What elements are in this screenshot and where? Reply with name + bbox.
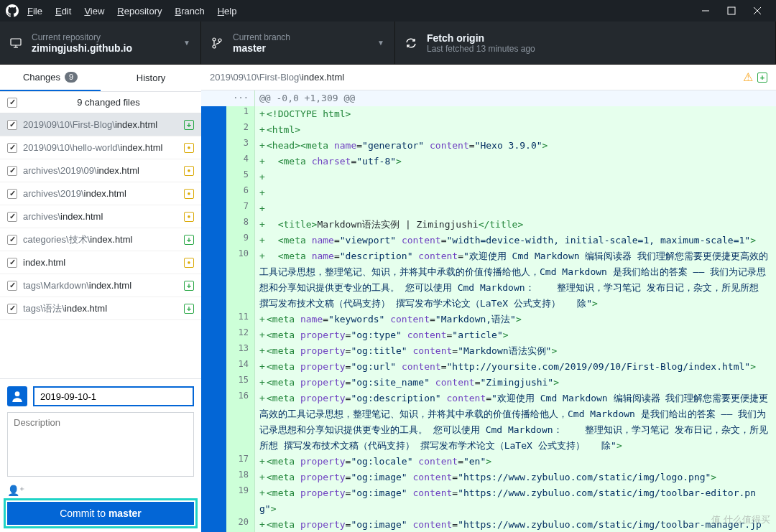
file-path: 2019\09\10\hello-world\index.html <box>23 142 178 153</box>
file-checkbox[interactable] <box>7 304 17 314</box>
menu-edit[interactable]: Edit <box>55 6 71 17</box>
file-path: archives\index.html <box>23 211 178 222</box>
file-status-icon <box>184 143 194 153</box>
file-status-icon <box>184 304 194 314</box>
file-row[interactable]: archives\2019\09\index.html <box>0 159 201 182</box>
diff-line: 6+ <box>201 185 776 201</box>
file-status-icon <box>184 212 194 222</box>
diff-line: 9+ <meta name="viewport" content="width=… <box>201 233 776 248</box>
file-row[interactable]: index.html <box>0 251 201 274</box>
diff-line: 19+<meta property="og:image" content="ht… <box>201 485 776 517</box>
diff-line: 8+ <title>Markdown语法实例 | Zimingjushi</ti… <box>201 217 776 233</box>
file-row[interactable]: archives\index.html <box>0 205 201 228</box>
commit-summary-input[interactable] <box>33 386 194 406</box>
diff-line: 4+ <meta charset="utf-8"> <box>201 154 776 169</box>
file-checkbox[interactable] <box>7 166 17 176</box>
diff-line: 17+<meta property="og:locale" content="e… <box>201 454 776 470</box>
diff-line: 15+<meta property="og:site_name" content… <box>201 375 776 391</box>
diff-line: 11+<meta name="keywords" content="Markdo… <box>201 312 776 327</box>
sync-icon <box>405 37 417 49</box>
diff-line: 20+<meta property="og:image" content="ht… <box>201 517 776 532</box>
commit-button[interactable]: Commit to master <box>7 502 194 525</box>
diff-line: 16+<meta property="og:description" conte… <box>201 391 776 454</box>
file-added-icon <box>757 73 767 83</box>
file-status-icon <box>184 120 194 130</box>
menu-repository[interactable]: Repository <box>117 6 162 17</box>
file-checkbox[interactable] <box>7 281 17 291</box>
changed-files-header: 9 changed files <box>0 92 201 113</box>
diff-panel: 2019\09\10\First-Blog\index.html ⚠ ...@@… <box>201 65 776 532</box>
file-row[interactable]: tags\语法\index.html <box>0 297 201 320</box>
branch-value: master <box>233 42 377 54</box>
svg-point-8 <box>213 45 216 48</box>
diff-header: 2019\09\10\First-Blog\index.html ⚠ <box>201 65 776 90</box>
maximize-icon[interactable] <box>727 6 736 15</box>
diff-content[interactable]: ...@@ -0,0 +1,309 @@1+<!DOCTYPE html>2+<… <box>201 90 776 532</box>
file-status-icon <box>184 166 194 176</box>
file-list: 2019\09\10\First-Blog\index.html2019\09\… <box>0 113 201 378</box>
file-row[interactable]: 2019\09\10\hello-world\index.html <box>0 136 201 159</box>
svg-point-9 <box>218 39 221 42</box>
file-path: tags\Markdown\index.html <box>23 280 178 291</box>
diff-line: 14+<meta property="og:url" content="http… <box>201 359 776 375</box>
add-coauthor-button[interactable]: 👤⁺ <box>7 483 194 502</box>
file-path: categories\技术\index.html <box>23 233 178 246</box>
chevron-down-icon: ▼ <box>183 39 190 47</box>
file-path: index.html <box>23 257 178 268</box>
watermark: 值 什么值得买 <box>711 513 770 526</box>
svg-point-10 <box>15 391 20 396</box>
chevron-down-icon: ▼ <box>377 39 384 47</box>
fetch-status: Last fetched 13 minutes ago <box>427 44 765 54</box>
commit-description-input[interactable] <box>7 412 194 477</box>
tab-changes[interactable]: Changes 9 <box>0 65 101 91</box>
tab-history-label: History <box>137 73 165 83</box>
file-checkbox[interactable] <box>7 258 17 268</box>
diff-line: 13+<meta property="og:title" content="Ma… <box>201 343 776 359</box>
file-row[interactable]: archives\2019\index.html <box>0 182 201 205</box>
file-checkbox[interactable] <box>7 235 17 245</box>
branch-label: Current branch <box>233 32 377 42</box>
file-path: 2019\09\10\First-Blog\index.html <box>23 119 178 130</box>
menu-branch[interactable]: Branch <box>175 6 204 17</box>
current-repository-dropdown[interactable]: Current repositoryzimingjushi.github.io … <box>0 22 201 64</box>
svg-point-7 <box>213 38 216 41</box>
commit-form: 👤⁺ Commit to master <box>0 378 201 532</box>
sidebar: Changes 9 History 9 changed files 2019\0… <box>0 65 201 532</box>
diff-file-path: 2019\09\10\First-Blog\index.html <box>210 72 344 83</box>
file-row[interactable]: categories\技术\index.html <box>0 228 201 251</box>
menu-bar: File Edit View Repository Branch Help <box>27 6 701 17</box>
file-status-icon <box>184 258 194 268</box>
diff-line: 3+<head><meta name="generator" content="… <box>201 138 776 154</box>
menu-help[interactable]: Help <box>218 6 237 17</box>
warning-icon[interactable]: ⚠ <box>743 70 753 84</box>
fetch-label: Fetch origin <box>427 32 765 44</box>
file-row[interactable]: 2019\09\10\First-Blog\index.html <box>0 113 201 136</box>
diff-line: 5+ <box>201 169 776 185</box>
svg-rect-1 <box>728 7 735 14</box>
sidebar-tabs: Changes 9 History <box>0 65 201 92</box>
tab-history[interactable]: History <box>101 65 201 91</box>
diff-line: 18+<meta property="og:image" content="ht… <box>201 470 776 485</box>
file-status-icon <box>184 281 194 291</box>
file-checkbox[interactable] <box>7 143 17 153</box>
menu-view[interactable]: View <box>84 6 104 17</box>
repo-label: Current repository <box>32 32 183 42</box>
select-all-checkbox[interactable] <box>7 98 17 108</box>
current-branch-dropdown[interactable]: Current branchmaster ▼ <box>201 22 395 64</box>
file-path: archives\2019\index.html <box>23 188 178 199</box>
minimize-icon[interactable] <box>701 6 710 15</box>
file-row[interactable]: tags\Markdown\index.html <box>0 274 201 297</box>
repo-value: zimingjushi.github.io <box>32 42 183 54</box>
close-icon[interactable] <box>753 6 762 15</box>
file-status-icon <box>184 235 194 245</box>
file-checkbox[interactable] <box>7 120 17 130</box>
fetch-origin-button[interactable]: Fetch originLast fetched 13 minutes ago <box>395 22 776 64</box>
diff-line: 1+<!DOCTYPE html> <box>201 106 776 122</box>
file-checkbox[interactable] <box>7 212 17 222</box>
diff-line: 10+ <meta name="description" content="欢迎… <box>201 248 776 312</box>
menu-file[interactable]: File <box>27 6 42 17</box>
computer-icon <box>10 37 22 49</box>
file-path: tags\语法\index.html <box>23 302 178 315</box>
file-checkbox[interactable] <box>7 189 17 199</box>
titlebar: File Edit View Repository Branch Help <box>0 0 776 22</box>
